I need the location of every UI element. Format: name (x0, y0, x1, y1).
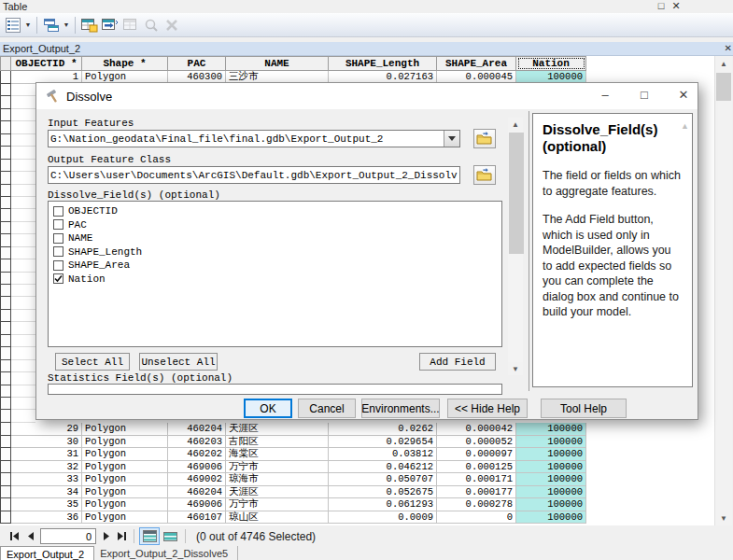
table-cell[interactable]: 32 (11, 461, 82, 474)
table-cell[interactable]: 0.03812 (329, 448, 437, 461)
table-cell[interactable]: 0.029654 (329, 436, 437, 449)
table-cell[interactable]: Polygon (82, 498, 168, 511)
checkbox-unchecked-icon[interactable] (53, 260, 63, 271)
statistics-fields-box[interactable] (48, 384, 502, 395)
table-cell[interactable]: 460204 (168, 486, 226, 499)
cancel-button[interactable]: Cancel (298, 399, 356, 418)
table-cell[interactable]: 0.000097 (437, 448, 516, 461)
row-selector[interactable] (0, 185, 11, 197)
row-selector[interactable] (0, 134, 11, 147)
table-cell[interactable]: 0.0262 (329, 423, 437, 436)
table-cell[interactable]: 460202 (168, 448, 226, 461)
dissolve-field-item[interactable]: SHAPE_Length (51, 245, 501, 259)
table-options-icon[interactable] (4, 16, 22, 35)
dropdown-caret-icon[interactable]: ▼ (23, 16, 33, 35)
table-cell[interactable]: 0.050707 (329, 473, 437, 486)
row-selector[interactable] (0, 222, 11, 234)
column-header-pac[interactable]: PAC (168, 56, 226, 71)
row-selector[interactable] (0, 297, 11, 309)
dissolve-field-item[interactable]: NAME (51, 231, 501, 245)
next-record-icon[interactable] (99, 529, 114, 544)
table-cell[interactable]: 33 (11, 473, 82, 486)
table-cell[interactable]: 0.000042 (437, 423, 516, 436)
browse-input-button[interactable] (473, 129, 496, 148)
row-selector[interactable] (0, 322, 11, 334)
row-selector[interactable] (0, 197, 11, 209)
row-selector[interactable] (0, 259, 11, 272)
related-tables-icon[interactable] (42, 16, 61, 35)
scrollbar-thumb[interactable] (509, 133, 524, 254)
maximize-icon[interactable]: □ (654, 0, 669, 11)
row-selector[interactable] (0, 423, 11, 436)
row-selector[interactable] (0, 372, 11, 385)
row-selector[interactable] (0, 247, 11, 259)
table-cell[interactable]: 36 (11, 511, 82, 525)
column-header-name[interactable]: NAME (226, 56, 329, 71)
scroll-up-icon[interactable]: ▲ (715, 56, 732, 71)
checkbox-unchecked-icon[interactable] (53, 206, 63, 217)
row-selector[interactable] (0, 498, 11, 511)
input-features-field[interactable] (49, 131, 444, 147)
table-cell[interactable]: Polygon (82, 448, 168, 461)
minimize-icon[interactable]: – (589, 83, 621, 107)
dissolve-field-item[interactable]: SHAPE_Area (51, 259, 501, 273)
row-selector[interactable] (0, 511, 11, 525)
dissolve-field-item[interactable]: PAC (51, 218, 501, 232)
table-cell[interactable]: Polygon (82, 473, 168, 486)
row-selector[interactable] (0, 360, 11, 372)
table-cell[interactable]: 0 (437, 511, 516, 525)
table-cell[interactable]: 0.052675 (329, 486, 437, 499)
table-cell[interactable]: 100000 (516, 436, 586, 449)
column-header-objectid-[interactable]: OBJECTID * (11, 56, 82, 71)
table-cell[interactable]: 吉阳区 (226, 436, 329, 449)
table-cell[interactable]: 100000 (516, 461, 586, 474)
table-cell[interactable]: 琼海市 (226, 473, 329, 486)
table-cell[interactable]: 0.000125 (437, 461, 516, 474)
table-cell[interactable]: 100000 (516, 473, 586, 486)
table-cell[interactable]: 100000 (516, 498, 586, 511)
row-selector[interactable] (0, 461, 11, 474)
scroll-down-icon[interactable]: ▼ (715, 511, 732, 525)
select-all-button[interactable]: Select All (55, 353, 130, 371)
table-cell[interactable]: Polygon (82, 511, 168, 525)
table-cell[interactable]: 460204 (168, 423, 226, 436)
table-cell[interactable]: 0.000171 (437, 473, 516, 486)
row-selector[interactable] (0, 234, 11, 246)
table-cell[interactable]: 0.000278 (437, 498, 516, 511)
current-record-input[interactable] (40, 528, 96, 544)
show-all-records-icon[interactable] (139, 527, 160, 545)
table-cell[interactable]: 0.061293 (329, 498, 437, 511)
row-selector[interactable] (0, 410, 11, 422)
table-cell[interactable]: 35 (11, 498, 82, 511)
checkbox-unchecked-icon[interactable] (53, 233, 63, 244)
show-selected-records-icon[interactable] (160, 527, 180, 545)
close-icon[interactable]: ✕ (669, 0, 684, 12)
row-selector-header[interactable] (0, 56, 11, 71)
table-cell[interactable]: 469006 (168, 461, 226, 474)
table-cell[interactable]: 0.046212 (329, 461, 437, 474)
row-selector[interactable] (0, 160, 11, 172)
browse-output-button[interactable] (473, 165, 496, 185)
tab-export-output-2[interactable]: Export_Output_2 (0, 546, 94, 560)
dissolve-field-item[interactable]: OBJECTID (51, 204, 501, 218)
table-cell[interactable]: 469006 (168, 498, 226, 511)
table-cell[interactable]: 天涯区 (226, 486, 329, 499)
row-selector[interactable] (0, 71, 11, 84)
row-selector[interactable] (0, 96, 11, 108)
first-record-icon[interactable] (7, 529, 22, 544)
row-selector[interactable] (0, 209, 11, 221)
table-cell[interactable]: 0.000177 (437, 486, 516, 499)
row-selector[interactable] (0, 448, 11, 461)
environments-button[interactable]: Environments... (361, 399, 440, 418)
table-cell[interactable]: 海棠区 (226, 448, 329, 461)
row-selector[interactable] (0, 172, 11, 184)
table-cell[interactable]: 天涯区 (226, 423, 329, 436)
table-cell[interactable]: 0.000052 (437, 436, 516, 449)
scroll-down-icon[interactable]: ▼ (508, 362, 523, 375)
last-record-icon[interactable] (114, 529, 129, 544)
scrollbar-thumb[interactable] (716, 73, 731, 101)
help-scroll-up-icon[interactable]: ▲ (681, 121, 689, 131)
switch-selection-icon[interactable] (101, 16, 120, 35)
table-cell[interactable]: 469002 (168, 473, 226, 486)
column-header-nation[interactable]: Nation (516, 56, 586, 71)
